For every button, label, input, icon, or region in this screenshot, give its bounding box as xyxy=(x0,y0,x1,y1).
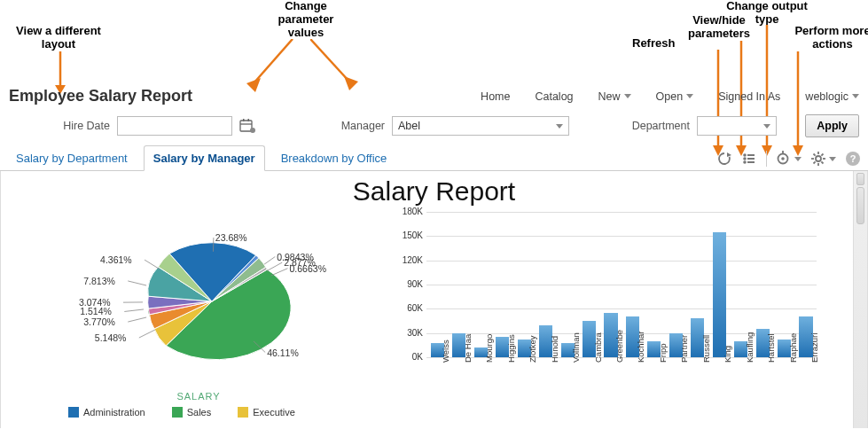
nav-new[interactable]: New xyxy=(598,90,631,103)
nav-catalog[interactable]: Catalog xyxy=(535,90,573,103)
calendar-icon[interactable] xyxy=(239,118,255,134)
y-tick-label: 180K xyxy=(395,207,423,216)
svg-point-24 xyxy=(743,160,747,164)
x-tick-label: Weiss xyxy=(441,340,450,363)
svg-line-2 xyxy=(254,39,293,83)
nav-open-label: Open xyxy=(656,90,684,103)
svg-rect-14 xyxy=(240,121,252,131)
pie-legend: Administration Sales Executive xyxy=(8,407,389,418)
svg-line-43 xyxy=(124,309,144,312)
gridline xyxy=(426,285,817,285)
header-row: Employee Salary Report Home Catalog New … xyxy=(0,82,868,105)
svg-text:?: ? xyxy=(850,153,856,164)
legend-label: Administration xyxy=(83,407,145,418)
x-tick-label: Russell xyxy=(701,335,711,363)
gridline xyxy=(426,308,817,309)
svg-line-49 xyxy=(267,262,282,271)
manager-value: Abel xyxy=(398,120,556,132)
top-nav: Home Catalog New Open Signed In As weblo… xyxy=(481,90,859,103)
svg-point-28 xyxy=(816,156,821,161)
help-icon[interactable]: ? xyxy=(845,151,861,167)
manager-label: Manager xyxy=(323,120,385,132)
x-tick-label: Hartstel xyxy=(766,333,776,363)
y-tick-label: 0K xyxy=(395,352,423,362)
svg-rect-25 xyxy=(747,161,755,163)
svg-line-46 xyxy=(145,260,160,269)
bar xyxy=(713,232,726,357)
refresh-icon[interactable] xyxy=(716,151,732,167)
gridline xyxy=(426,261,817,262)
x-tick-label: Greenbe xyxy=(614,330,624,363)
y-tick-label: 120K xyxy=(395,255,423,265)
report-toolbar: ? xyxy=(716,151,861,170)
gear-icon[interactable] xyxy=(810,151,836,167)
x-tick-label: Errazuri xyxy=(809,333,819,363)
tabs-row: Salary by Department Salary by Manager B… xyxy=(0,144,868,171)
nav-signed-label: Signed In As xyxy=(718,90,780,103)
y-tick-label: 150K xyxy=(395,230,423,240)
x-tick-label: Higgins xyxy=(506,334,516,363)
anno-params: Change parameter values xyxy=(257,0,355,40)
svg-point-18 xyxy=(250,128,255,133)
x-tick-label: Partner xyxy=(679,335,689,363)
pie-slice-label: 46.11% xyxy=(267,347,299,358)
parameter-row: Hire Date Manager Abel Department Apply xyxy=(0,105,868,144)
legend-item-exec: Executive xyxy=(238,407,295,418)
tab-salary-department[interactable]: Salary by Department xyxy=(7,146,137,170)
x-tick-label: Zlotkey xyxy=(528,335,537,363)
svg-rect-23 xyxy=(747,158,755,160)
svg-rect-21 xyxy=(747,154,755,156)
x-tick-label: Hunold xyxy=(550,336,559,363)
manager-select[interactable]: Abel xyxy=(392,116,569,136)
bar-chart: 0K30K60K90K120K150K180KWeissDe HaaMourgo… xyxy=(389,208,860,418)
gridline xyxy=(426,236,817,237)
y-tick-label: 60K xyxy=(395,303,423,313)
svg-point-20 xyxy=(743,153,747,157)
annotation-layer: View a different layout Change parameter… xyxy=(0,0,868,82)
x-tick-label: King xyxy=(723,346,732,363)
svg-rect-17 xyxy=(248,119,250,121)
svg-point-27 xyxy=(781,157,785,160)
anno-layout: View a different layout xyxy=(5,25,112,51)
hire-date-label: Hire Date xyxy=(48,120,110,132)
nav-new-label: New xyxy=(598,90,621,103)
svg-point-22 xyxy=(743,157,747,160)
anno-refresh: Refresh xyxy=(632,37,675,51)
report-title: Salary Report xyxy=(1,171,867,208)
x-tick-label: Fripp xyxy=(658,343,668,363)
legend-item-admin: Administration xyxy=(68,407,145,418)
chevron-down-icon xyxy=(829,157,836,161)
pie-slice-label: 0.6663% xyxy=(290,263,326,274)
svg-rect-16 xyxy=(243,119,245,121)
hire-date-input[interactable] xyxy=(117,116,232,136)
legend-label: Executive xyxy=(253,407,295,418)
tab-breakdown-office[interactable]: Breakdown by Office xyxy=(272,146,396,170)
apply-button[interactable]: Apply xyxy=(805,114,859,137)
output-type-icon[interactable] xyxy=(776,151,802,167)
anno-actions: Perform more actions xyxy=(793,25,868,51)
department-select[interactable] xyxy=(697,116,777,136)
chevron-down-icon xyxy=(763,124,770,129)
svg-line-41 xyxy=(139,330,155,338)
nav-user[interactable]: weblogic xyxy=(805,90,859,103)
pie-slice-label: 1.514% xyxy=(80,306,112,316)
svg-line-34 xyxy=(821,161,823,163)
svg-line-50 xyxy=(271,269,288,276)
nav-home[interactable]: Home xyxy=(481,90,510,103)
pie-chart: SALARY Administration Sales Executive 46… xyxy=(8,208,389,418)
app-window: Employee Salary Report Home Catalog New … xyxy=(0,82,868,428)
swatch-icon xyxy=(238,407,248,418)
svg-marker-19 xyxy=(727,152,731,157)
pie-slice-label: 3.770% xyxy=(83,316,115,327)
nav-open[interactable]: Open xyxy=(656,90,694,103)
svg-line-33 xyxy=(814,154,816,156)
report-pane: Salary Report SALARY Administration Sale… xyxy=(0,171,868,428)
tab-salary-manager[interactable]: Salary by Manager xyxy=(144,145,265,171)
x-tick-label: Mourgo xyxy=(484,334,494,363)
parameters-icon[interactable] xyxy=(741,151,757,167)
pie-slice-label: 4.361% xyxy=(100,254,132,265)
x-tick-label: Vollman xyxy=(571,332,581,363)
nav-user-label: weblogic xyxy=(805,90,848,103)
nav-signed-in: Signed In As xyxy=(718,90,780,103)
pie-slice-label: 3.074% xyxy=(79,297,111,308)
